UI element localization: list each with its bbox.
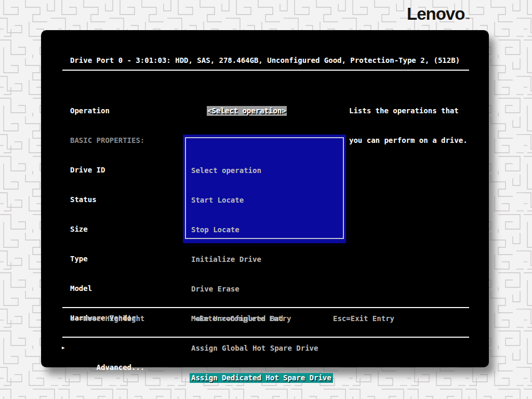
dropdown-item-drive-erase[interactable]: Drive Erase [190,284,241,294]
dropdown-item-assign-global-hot-spare[interactable]: Assign Global Hot Spare Drive [190,343,320,353]
page-title: Drive Port 0 - 3:01:03: HDD, SAS, 278.46… [41,56,489,66]
hint-exit-entry: Esc=Exit Entry [333,314,394,323]
menu-item-type: Type [70,254,144,264]
footer-separator-top [62,307,469,308]
operation-value[interactable]: <Select operation> [207,106,287,116]
dropdown-item-select-operation[interactable]: Select operation [190,166,263,176]
lenovo-logo-text: Lenovo [407,4,464,23]
section-header-basic-properties: BASIC PROPERTIES: [70,136,144,145]
menu-item-size: Size [70,224,144,234]
dropdown-items: Select operation Start Locate Stop Locat… [190,146,333,399]
menu-item-drive-id: Drive ID [70,165,144,175]
dropdown-item-initialize-drive[interactable]: Initialize Drive [190,255,263,264]
menu-item-status: Status [70,195,144,205]
dropdown-item-stop-locate[interactable]: Stop Locate [190,225,241,235]
hint-complete-entry: <Enter>=Complete Entry [195,314,291,323]
help-text-line1: Lists the operations that [349,106,468,116]
title-separator-line [62,70,469,71]
footer-separator-bottom [62,337,469,338]
menu-item-advanced[interactable]: ▶ Advanced... [70,343,144,353]
bios-window: Drive Port 0 - 3:01:03: HDD, SAS, 278.46… [41,30,489,367]
footer-hints: ↑↓=Move Highlight <Enter>=Complete Entry… [41,314,489,324]
property-menu: Operation BASIC PROPERTIES: Drive ID Sta… [70,86,144,373]
help-text-line2: you can perform on a drive. [349,136,468,145]
menu-item-model: Model [70,284,144,294]
selection-arrow-icon: ▶ [62,343,64,352]
menu-item-operation[interactable]: Operation [70,106,144,116]
trademark-symbol: ™ [465,17,470,22]
dropdown-item-start-locate[interactable]: Start Locate [190,195,245,205]
help-text: Lists the operations that you can perfor… [349,86,468,165]
operation-dropdown: Select operation Start Locate Stop Locat… [183,135,346,243]
hint-move-highlight: ↑↓=Move Highlight [70,314,144,323]
lenovo-logo: Lenovo™ [407,5,470,28]
dropdown-item-assign-dedicated-hot-spare[interactable]: Assign Dedicated Hot Spare Drive [190,373,333,383]
